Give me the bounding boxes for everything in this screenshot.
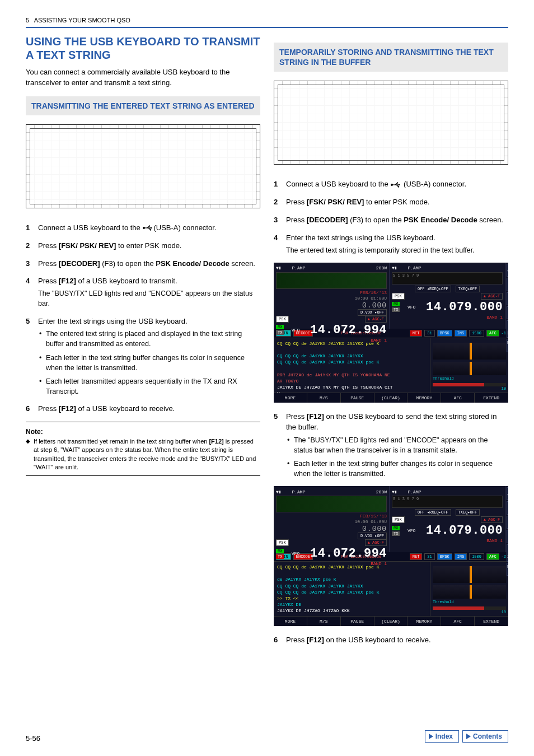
step-6: Press [F12] of a USB keyboard to receive… [26,404,260,414]
svg-rect-3 [149,226,150,227]
step-3: Press [DECODER] (F3) to open the PSK Enc… [274,215,508,226]
note-body: If letters not transmitted yet remain in… [26,437,260,476]
page-number: 5-56 [26,734,40,743]
step-4-sub: The "BUSY/TX" LED lights red and "ENCODE… [38,288,260,309]
svg-marker-13 [399,184,400,186]
svg-marker-6 [151,227,152,229]
step-1: Connect a USB keyboard to the (USB-A) co… [26,223,260,234]
intro-paragraph: You can connect a commercially available… [26,67,260,88]
section-title: ASSISTING YOUR SMOOTH QSO [34,17,130,24]
main-heading: USING THE USB KEYBOARD TO TRANSMIT A TEX… [26,35,260,62]
index-button[interactable]: Index [425,730,459,743]
svg-point-5 [150,230,151,231]
svg-marker-14 [429,734,433,739]
step-5-bullets: The entered text string is placed and di… [38,329,260,396]
step-2: Press [FSK/ PSK/ REV] to enter PSK mode. [26,241,260,251]
steps-left: Connect a USB keyboard to the (USB-A) co… [26,223,260,414]
right-column: TEMPORARILY STORING AND TRANSMITTING THE… [274,35,508,653]
left-column: USING THE USB KEYBOARD TO TRANSMIT A TEX… [26,35,260,653]
usb-icon [142,225,153,231]
page-footer: 5-56 Index Contents [26,730,508,743]
psk-screen-encode: ▼▮ P.AMP200W FEB/15/'1310:00 01:00U 0.00… [274,486,508,626]
bullet: Each letter transmitted appears sequenti… [38,376,260,396]
step-4: Enter the text strings using the USB key… [274,233,508,255]
bullet: The entered text string is placed and di… [38,329,260,349]
play-icon [466,734,471,739]
sub-heading-right: TEMPORARILY STORING AND TRANSMITTING THE… [274,43,508,72]
svg-point-12 [398,186,399,187]
step-4-sub: The entered text string is temporarily s… [286,245,508,255]
svg-marker-15 [466,734,471,739]
step-2: Press [FSK/ PSK/ REV] to enter PSK mode. [274,197,508,208]
steps-right-c: Press [F12] on the USB keyboard to recei… [274,635,508,646]
step-1: Connect a USB keyboard to the (USB-A) co… [274,179,508,190]
usb-icon [390,182,401,188]
transceiver-diagram [26,124,260,208]
step-5: Enter the text strings using the USB key… [26,316,260,397]
step-5-bullets: The "BUSY/TX" LED lights red and "ENCODE… [286,435,508,479]
running-header: 5 ASSISTING YOUR SMOOTH QSO [26,17,508,24]
note-block: Note: If letters not transmitted yet rem… [26,422,260,476]
step-3: Press [DECODER] (F3) to open the PSK Enc… [26,259,260,269]
section-number: 5 [26,17,29,24]
bullet: The "BUSY/TX" LED lights red and "ENCODE… [286,435,508,455]
steps-right-b: Press [F12] on the USB keyboard to send … [274,412,508,479]
contents-button[interactable]: Contents [462,730,508,743]
steps-right-a: Connect a USB keyboard to the (USB-A) co… [274,179,508,255]
bullet: Each letter in the text string buffer ch… [286,459,508,479]
sub-heading-left: TRANSMITTING THE ENTERED TEXT STRING AS … [26,96,260,115]
header-rule [26,27,508,28]
transceiver-diagram [274,81,508,165]
svg-rect-10 [397,182,398,183]
note-label: Note: [26,428,260,436]
bullet: Each letter in the text string buffer ch… [38,353,260,373]
step-6: Press [F12] on the USB keyboard to recei… [274,635,508,646]
step-4: Press [F12] of a USB keyboard to transmi… [26,276,260,309]
step-5: Press [F12] on the USB keyboard to send … [274,412,508,479]
play-icon [429,734,433,739]
psk-screen-decode: ▼▮ P.AMP200W FEB/15/'1310:00 01:00U 0.00… [274,263,508,403]
